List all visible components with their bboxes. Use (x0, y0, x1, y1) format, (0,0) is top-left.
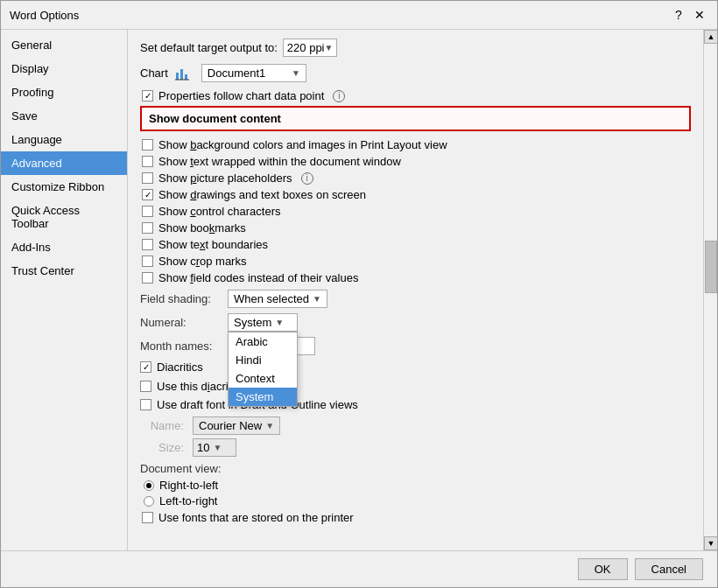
fonts-printer-label: Use fonts that are stored on the printer (158, 511, 354, 524)
picture-placeholders-checkbox[interactable] (142, 172, 153, 184)
bookmarks-checkbox[interactable] (142, 222, 153, 234)
bookmarks-row: Show bookmarks (140, 221, 691, 234)
properties-checkbox-row: Properties follow chart data point i (140, 89, 691, 102)
crop-marks-row: Show crop marks (140, 255, 691, 268)
dialog-body: General Display Proofing Save Language A… (1, 30, 717, 550)
control-chars-checkbox[interactable] (142, 206, 153, 217)
sidebar-item-language[interactable]: Language (1, 128, 127, 151)
drawings-textboxes-checkbox[interactable] (142, 189, 153, 200)
size-arrow-icon: ▼ (213, 443, 222, 452)
title-bar-buttons: ? ✕ (670, 6, 708, 24)
diacritics-label: Diacritics (157, 360, 203, 374)
numeral-option-system[interactable]: System (229, 388, 297, 406)
scrollbar[interactable]: ▲ ▼ (703, 30, 717, 550)
text-boundaries-checkbox[interactable] (142, 239, 153, 250)
chart-row: Chart Document1 ▼ (140, 64, 691, 82)
text-wrapped-checkbox[interactable] (142, 156, 153, 167)
text-boundaries-label: Show text boundaries (158, 238, 268, 251)
chart-label: Chart (140, 66, 168, 80)
sidebar-item-quick-access[interactable]: Quick Access Toolbar (1, 199, 127, 235)
sidebar-item-add-ins[interactable]: Add-Ins (1, 235, 127, 259)
sidebar-item-display[interactable]: Display (1, 57, 127, 80)
diacritics-checkbox[interactable] (140, 361, 151, 373)
diacritics-row: Diacritics (140, 360, 691, 374)
size-select[interactable]: 10 ▼ (193, 438, 236, 457)
sidebar-item-customize-ribbon[interactable]: Customize Ribbon (1, 175, 127, 199)
draft-font-row: Use draft font in Draft and Outline view… (140, 398, 691, 411)
scroll-down-button[interactable]: ▼ (704, 536, 717, 550)
field-codes-row: Show field codes instead of their values (140, 271, 691, 284)
doc-view-label: Document view: (140, 462, 691, 475)
sidebar-item-trust-center[interactable]: Trust Center (1, 259, 127, 283)
month-names-label: Month names: (140, 340, 219, 353)
control-chars-label: Show control characters (158, 205, 280, 218)
scroll-track[interactable] (704, 44, 717, 536)
numeral-select[interactable]: System ▼ (228, 313, 298, 332)
field-shading-row: Field shading: When selected ▼ (140, 290, 691, 308)
fonts-printer-checkbox[interactable] (142, 512, 153, 523)
chart-select-arrow-icon: ▼ (292, 68, 300, 78)
numeral-option-arabic[interactable]: Arabic (229, 332, 297, 351)
draft-font-checkbox[interactable] (140, 399, 151, 410)
field-shading-select[interactable]: When selected ▼ (228, 290, 327, 308)
sidebar-item-save[interactable]: Save (1, 104, 127, 128)
doc-view-section: Document view: Right-to-left Left-to-rig… (140, 462, 691, 508)
picture-placeholders-row: Show picture placeholders i (140, 172, 691, 185)
numeral-option-hindi[interactable]: Hindi (229, 351, 297, 369)
numeral-dropdown-container: System ▼ Arabic Hindi Context System (228, 313, 298, 332)
bg-colors-row: Show background colors and images in Pri… (140, 138, 691, 151)
main-content: Set default target output to: 220 ppi ▼ … (128, 30, 703, 550)
bg-colors-label: Show background colors and images in Pri… (158, 138, 447, 151)
help-button[interactable]: ? (670, 6, 687, 24)
radio-rtl[interactable] (144, 480, 154, 491)
name-row: Name: Courier New ▼ (140, 416, 691, 435)
chart-icon (175, 66, 191, 81)
month-names-row: Month names: ▼ (140, 337, 691, 355)
name-field-label: Name: (140, 419, 184, 432)
bg-colors-checkbox[interactable] (142, 139, 153, 150)
sidebar-item-advanced[interactable]: Advanced (1, 151, 127, 175)
drawings-textboxes-label: Show drawings and text boxes on screen (158, 188, 366, 201)
svg-rect-0 (176, 73, 179, 80)
cancel-button[interactable]: Cancel (635, 558, 703, 580)
sidebar: General Display Proofing Save Language A… (1, 30, 128, 550)
chart-document-select[interactable]: Document1 ▼ (201, 64, 306, 82)
dpi-row: Set default target output to: 220 ppi ▼ (140, 38, 691, 57)
use-this-checkbox[interactable] (140, 381, 151, 392)
field-codes-label: Show field codes instead of their values (158, 271, 358, 284)
name-arrow-icon: ▼ (265, 421, 274, 430)
dpi-select[interactable]: 220 ppi ▼ (283, 38, 338, 57)
set-default-label: Set default target output to: (140, 41, 278, 54)
name-select[interactable]: Courier New ▼ (193, 416, 280, 435)
numeral-arrow-icon: ▼ (275, 318, 284, 327)
radio-rtl-row: Right-to-left (140, 479, 691, 492)
chart-svg-icon (175, 66, 191, 81)
properties-checkbox[interactable] (142, 90, 153, 102)
picture-placeholders-label: Show picture placeholders (158, 172, 292, 185)
numeral-option-context[interactable]: Context (229, 369, 297, 388)
field-codes-checkbox[interactable] (142, 272, 153, 284)
use-this-row: Use this diacritics ◁ ▷ (140, 377, 691, 395)
dpi-arrow-icon: ▼ (325, 43, 334, 52)
numeral-row: Numeral: System ▼ Arabic Hindi Context S… (140, 313, 691, 332)
dialog-footer: OK Cancel (1, 550, 717, 587)
field-shading-label: Field shading: (140, 292, 219, 305)
svg-rect-2 (185, 74, 187, 80)
word-options-dialog: Word Options ? ✕ General Display Proofin… (0, 0, 718, 588)
properties-info-icon[interactable]: i (333, 90, 345, 102)
radio-ltr-label: Left-to-right (159, 494, 217, 508)
ok-button[interactable]: OK (578, 558, 628, 580)
picture-info-icon[interactable]: i (301, 172, 313, 185)
sidebar-item-general[interactable]: General (1, 33, 127, 57)
crop-marks-checkbox[interactable] (142, 256, 153, 267)
dialog-title: Word Options (10, 9, 79, 22)
scroll-up-button[interactable]: ▲ (704, 30, 717, 44)
sidebar-item-proofing[interactable]: Proofing (1, 80, 127, 104)
size-field-label: Size: (140, 441, 184, 454)
radio-ltr-row: Left-to-right (140, 494, 691, 508)
text-wrapped-label: Show text wrapped within the document wi… (158, 155, 401, 168)
radio-ltr[interactable] (144, 496, 154, 507)
scroll-thumb[interactable] (705, 241, 717, 293)
title-bar: Word Options ? ✕ (1, 1, 717, 30)
close-button[interactable]: ✕ (691, 6, 708, 24)
